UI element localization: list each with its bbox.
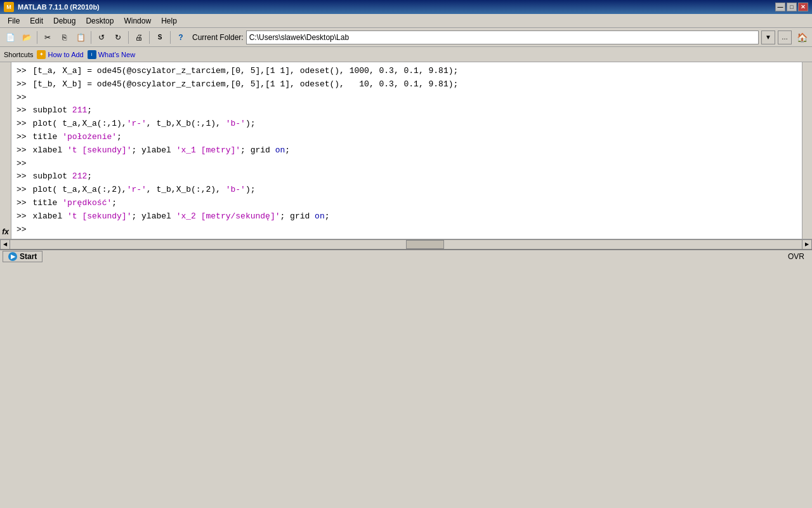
cmd-line-9: >> subplot 212; — [16, 170, 797, 184]
minimize-button[interactable]: — — [775, 3, 785, 11]
cmd-line-13: >> — [16, 224, 797, 237]
prompt-10: >> — [16, 184, 27, 197]
cmd-text-5d: 'b-' — [226, 117, 246, 131]
cmd-line-6: >> title 'położenie'; — [16, 131, 797, 144]
cmd-text-11c: ; — [112, 197, 117, 210]
cmd-text-12a: xlabel — [28, 210, 67, 224]
cmd-text-10a: plot( t_a,X_a(:,2), — [28, 184, 127, 197]
current-folder-input[interactable] — [246, 30, 759, 44]
whats-new-icon: i — [88, 50, 96, 59]
current-folder-label: Current Folder: — [192, 33, 244, 42]
cmd-line-7: >> xlabel 't [sekundy]'; ylabel 'x_1 [me… — [16, 144, 797, 157]
cmd-text-7b: 't [sekundy]' — [67, 144, 131, 157]
close-button[interactable]: ✕ — [798, 3, 808, 11]
prompt-8: >> — [16, 157, 27, 171]
start-button[interactable]: ▶ Start — [3, 251, 43, 262]
cmd-line-1: >> [t_a, X_a] = ode45(@oscylator_z_tarci… — [16, 65, 797, 78]
how-to-add-link[interactable]: ✦ How to Add — [37, 50, 83, 59]
prompt-4: >> — [16, 104, 27, 117]
cmd-text-5a: plot( t_a,X_a(:,1), — [28, 117, 127, 131]
cmd-text-11a: title — [28, 197, 63, 210]
browse-folder-open-button[interactable]: … — [778, 30, 792, 44]
toolbar-separator-1 — [37, 31, 37, 44]
start-label: Start — [20, 252, 37, 261]
cmd-text-9a: subplot — [28, 170, 72, 184]
cmd-line-3: >> — [16, 91, 797, 105]
cmd-text-9b: 212 — [72, 170, 87, 184]
cmd-text-4b: 211 — [72, 104, 87, 117]
cmd-text-12e: ; grid — [280, 210, 315, 224]
copy-button[interactable]: ⎘ — [56, 30, 72, 45]
cmd-text-7g: ; — [285, 144, 290, 157]
cmd-text-12g: ; — [325, 210, 330, 224]
cmd-text-11b: 'prędkość' — [62, 197, 112, 210]
print-button[interactable]: 🖨 — [131, 30, 147, 45]
new-file-button[interactable]: 📄 — [3, 30, 18, 45]
browse-folder-button[interactable]: ▼ — [761, 30, 775, 44]
command-content[interactable]: >> [t_a, X_a] = ode45(@oscylator_z_tarci… — [11, 62, 802, 239]
cursor — [28, 224, 33, 237]
cmd-text-4a: subplot — [28, 104, 72, 117]
help-button[interactable]: ? — [173, 30, 188, 45]
maximize-button[interactable]: □ — [787, 3, 797, 11]
cut-button[interactable]: ✂ — [40, 30, 55, 45]
open-file-button[interactable]: 📂 — [19, 30, 34, 45]
prompt-13: >> — [16, 224, 27, 237]
cmd-text-12d: 'x_2 [metry/sekundę]' — [176, 210, 280, 224]
cmd-text-6c: ; — [117, 131, 122, 144]
cmd-text-7d: 'x_1 [metry]' — [176, 144, 240, 157]
prompt-1: >> — [16, 65, 27, 78]
command-window: fx >> [t_a, X_a] = ode45(@oscylator_z_ta… — [0, 62, 812, 239]
menu-file[interactable]: File — [3, 15, 25, 27]
ovr-status: OVR — [788, 252, 809, 261]
cmd-text-5b: 'r-' — [127, 117, 147, 131]
cmd-text-5c: , t_b,X_b(:,1), — [147, 117, 226, 131]
cmd-text-1: [t_a, X_a] = ode45(@oscylator_z_tarciem,… — [28, 65, 459, 78]
how-to-add-icon: ✦ — [37, 50, 46, 59]
whats-new-link[interactable]: i What's New — [88, 50, 135, 59]
menu-debug[interactable]: Debug — [48, 15, 81, 27]
prompt-11: >> — [16, 197, 27, 210]
menu-window[interactable]: Window — [119, 15, 156, 27]
toolbar-separator-2 — [91, 31, 91, 44]
shortcuts-bar: Shortcuts ✦ How to Add i What's New — [0, 47, 812, 62]
cmd-text-6b: 'położenie' — [62, 131, 117, 144]
cmd-text-10e: ); — [246, 184, 256, 197]
scroll-right-button[interactable]: ▶ — [802, 239, 812, 250]
redo-button[interactable]: ↻ — [110, 30, 126, 45]
cmd-line-2: >> [t_b, X_b] = ode45(@oscylator_z_tarci… — [16, 78, 797, 91]
cmd-text-12f: on — [315, 210, 325, 224]
hscroll-thumb[interactable] — [406, 240, 444, 249]
prompt-6: >> — [16, 131, 27, 144]
start-icon: ▶ — [8, 252, 17, 261]
menu-edit[interactable]: Edit — [25, 15, 48, 27]
cmd-text-12b: 't [sekundy]' — [67, 210, 131, 224]
current-folder-container: Current Folder: ▼ … 🏠 — [192, 30, 809, 45]
paste-button[interactable]: 📋 — [73, 30, 88, 45]
toolbar-separator-4 — [149, 31, 150, 44]
titlebar: M MATLAB 7.11.0 (R2010b) — □ ✕ — [0, 0, 812, 14]
scroll-left-button[interactable]: ◀ — [0, 239, 10, 250]
cmd-text-2: [t_b, X_b] = ode45(@oscylator_z_tarciem,… — [28, 78, 459, 91]
whats-new-label: What's New — [98, 51, 135, 58]
menu-desktop[interactable]: Desktop — [81, 15, 119, 27]
toolbar-separator-5 — [170, 31, 171, 44]
matlab-icon: M — [4, 2, 14, 12]
vertical-scrollbar[interactable] — [802, 62, 812, 239]
undo-button[interactable]: ↺ — [94, 30, 109, 45]
toolbar-separator-3 — [128, 31, 129, 44]
fx-label: fx — [0, 62, 11, 239]
horizontal-scrollbar: ◀ ▶ — [0, 239, 812, 249]
cmd-text-10b: 'r-' — [127, 184, 147, 197]
content-area: fx >> [t_a, X_a] = ode45(@oscylator_z_ta… — [0, 62, 812, 249]
go-folder-button[interactable]: 🏠 — [794, 30, 809, 45]
cmd-text-10c: , t_b,X_b(:,2), — [147, 184, 226, 197]
shortcuts-label: Shortcuts — [4, 51, 33, 58]
prompt-9: >> — [16, 170, 27, 184]
titlebar-title: MATLAB 7.11.0 (R2010b) — [18, 3, 100, 11]
cmd-text-7a: xlabel — [28, 144, 67, 157]
simulink-button[interactable]: S — [152, 30, 167, 45]
menu-help[interactable]: Help — [156, 15, 182, 27]
titlebar-left: M MATLAB 7.11.0 (R2010b) — [4, 2, 100, 12]
hscroll-track[interactable] — [10, 239, 802, 250]
